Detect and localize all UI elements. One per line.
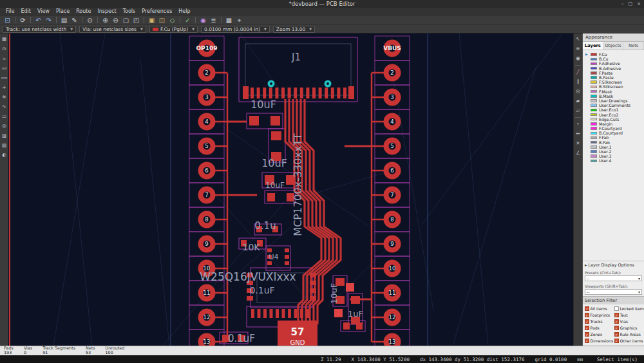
layer-row-margin[interactable]: Margin [584, 122, 643, 126]
layer-row-user-3[interactable]: User.3 [584, 154, 643, 158]
menu-inspect[interactable]: Inspect [94, 8, 119, 14]
zoom-level-dropdown[interactable]: Zoom 13.00 ▼ [273, 26, 315, 33]
zoom-fit-icon[interactable]: ▢ [121, 16, 131, 24]
layer-row-b-adhesive[interactable]: B.Adhesive [584, 66, 643, 71]
tab-nets[interactable]: Nets [623, 42, 644, 50]
footprint-editor-icon[interactable]: ◫ [157, 16, 167, 24]
layer-row-b-cu[interactable]: B.Cu [584, 57, 643, 61]
origin-icon[interactable]: ⌖ [234, 16, 244, 24]
filter-zones[interactable]: ✓Zones [585, 332, 613, 337]
layer-color-swatch[interactable] [591, 136, 597, 140]
undo-icon[interactable]: ↶ [33, 16, 43, 24]
layer-row-user-2[interactable]: User.2 [584, 149, 643, 154]
zoom-in-icon[interactable]: ⊕ [100, 16, 110, 24]
filter-footprints[interactable]: ✓Footprints [585, 313, 613, 317]
find-icon[interactable]: ⊙ [85, 16, 95, 24]
menu-edit[interactable]: Edit [17, 8, 34, 14]
filter-all-items[interactable]: ✓All items [585, 306, 613, 311]
measure-tool-icon[interactable]: ∠ [574, 150, 582, 156]
layer-color-swatch[interactable] [591, 99, 597, 102]
layer-color-swatch[interactable] [591, 76, 597, 79]
grid-size-dropdown[interactable]: 0.0100 mm (0.0004 in) ▼ [201, 26, 270, 33]
filter-text[interactable]: ✓Text [614, 313, 644, 317]
layer-row-user-eco2[interactable]: User.Eco2 [584, 112, 643, 116]
checkbox-icon[interactable]: ✓ [614, 326, 619, 330]
menu-route[interactable]: Route [73, 8, 94, 14]
layer-row-user-1[interactable]: User.1 [584, 145, 643, 149]
polar-coords-icon[interactable]: ⊙ [1, 46, 8, 52]
via-size-dropdown[interactable]: Via: use netclass sizes ▼ [79, 26, 146, 33]
highlight-net-tool-icon[interactable]: ◉ [574, 55, 582, 62]
layer-row-f-silkscreen[interactable]: F.Silkscreen [584, 80, 643, 84]
layer-color-swatch[interactable] [591, 90, 597, 93]
layer-color-swatch[interactable] [591, 67, 597, 70]
layer-color-swatch[interactable] [591, 127, 597, 130]
layer-color-swatch[interactable] [591, 141, 597, 144]
layer-row-user-4[interactable]: User.4 [584, 158, 643, 163]
layer-color-swatch[interactable] [591, 150, 597, 153]
pcb-canvas[interactable]: OP1092345678910111213VBUS234567891011121… [8, 33, 573, 346]
checkbox-icon[interactable]: ✓ [614, 313, 619, 317]
filter-tracks[interactable]: ✓Tracks [585, 319, 613, 324]
layer-color-swatch[interactable] [591, 154, 597, 158]
menu-preferences[interactable]: Preferences [138, 8, 175, 14]
curved-ratsnest-icon[interactable]: ∿ [1, 104, 8, 110]
text-tool-icon[interactable]: T [574, 121, 582, 127]
layer-color-swatch[interactable] [591, 122, 597, 126]
checkbox-icon[interactable]: ✓ [585, 326, 589, 330]
layer-row-f-courtyard[interactable]: F.Courtyard [584, 126, 643, 131]
route-track-tool-icon[interactable]: ╱ [574, 69, 582, 75]
layer-color-swatch[interactable] [591, 160, 597, 163]
layer-selector-dropdown[interactable]: F.Cu (PgUp) ▼ [149, 26, 198, 33]
refresh-icon[interactable]: ⟳ [18, 16, 28, 24]
3d-viewer-icon[interactable]: ◇ [167, 16, 177, 24]
presets-dropdown[interactable]: -- ▾ [585, 275, 642, 281]
zone-outline-mode-icon[interactable]: ▧ [1, 142, 8, 149]
menu-tools[interactable]: Tools [120, 8, 139, 14]
layer-row-b-paste[interactable]: B.Paste [584, 75, 643, 80]
menu-place[interactable]: Place [53, 8, 73, 14]
layer-row-b-courtyard[interactable]: B.Courtyard [584, 131, 643, 135]
layer-color-swatch[interactable] [591, 118, 597, 121]
plot-icon[interactable]: ✎ [70, 16, 79, 24]
checkbox-icon[interactable]: ✓ [614, 339, 619, 343]
viewports-dropdown[interactable]: -- ▾ [585, 289, 642, 295]
layer-color-swatch[interactable] [591, 71, 597, 75]
ratsnest-toggle-icon[interactable]: ≋ [1, 94, 8, 100]
layer-row-f-adhesive[interactable]: F.Adhesive [584, 61, 643, 66]
tab-layers[interactable]: Layers [583, 42, 603, 50]
layer-row-edge-cuts[interactable]: Edge.Cuts [584, 117, 643, 122]
layer-color-swatch[interactable] [591, 62, 597, 66]
filter-locked-items[interactable]: Locked items [614, 306, 644, 311]
checkbox-icon[interactable]: ✓ [614, 319, 619, 324]
layer-color-swatch[interactable] [591, 95, 597, 98]
layer-row-f-mask[interactable]: F.Mask [584, 89, 643, 94]
via-outline-mode-icon[interactable]: ◎ [1, 123, 8, 129]
grid-toggle-icon[interactable]: ▦ [1, 36, 8, 42]
checkbox-icon[interactable]: ✓ [585, 339, 589, 343]
units-mils-icon[interactable]: mil [1, 65, 8, 71]
layer-display-options[interactable]: ▸ Layer Display Options [583, 261, 644, 269]
units-mm-icon[interactable]: mm [1, 75, 8, 81]
save-icon[interactable]: ⊡ [3, 16, 12, 24]
checkbox-icon[interactable]: ✓ [585, 313, 589, 317]
layer-row-user-comments[interactable]: User.Comments [584, 103, 643, 107]
layer-row-f-fab[interactable]: F.Fab [584, 135, 643, 140]
layer-row-f-cu[interactable]: ▶F.Cu [584, 52, 643, 57]
layer-color-swatch[interactable] [591, 132, 597, 135]
schematic-editor-icon[interactable]: ▣ [147, 16, 156, 24]
net-inspector-icon[interactable]: ≣ [209, 16, 218, 24]
via-tool-icon[interactable]: ◎ [574, 88, 582, 95]
local-ratsnest-tool-icon[interactable]: ≋ [574, 46, 582, 52]
layer-color-swatch[interactable] [591, 104, 597, 107]
zoom-out-icon[interactable]: ⊖ [111, 16, 120, 24]
zoom-selection-icon[interactable]: ◰ [131, 16, 141, 24]
layer-row-f-paste[interactable]: F.Paste [584, 71, 643, 75]
zone-fill-mode-icon[interactable]: ▨ [1, 133, 8, 139]
layer-color-swatch[interactable] [591, 109, 597, 112]
checkbox-icon[interactable]: ✓ [614, 332, 619, 337]
filter-dimensions[interactable]: ✓Dimensions [585, 339, 613, 343]
filter-vias[interactable]: ✓Vias [614, 319, 644, 324]
layer-row-b-fab[interactable]: B.Fab [584, 140, 643, 145]
filter-pads[interactable]: ✓Pads [585, 326, 613, 330]
